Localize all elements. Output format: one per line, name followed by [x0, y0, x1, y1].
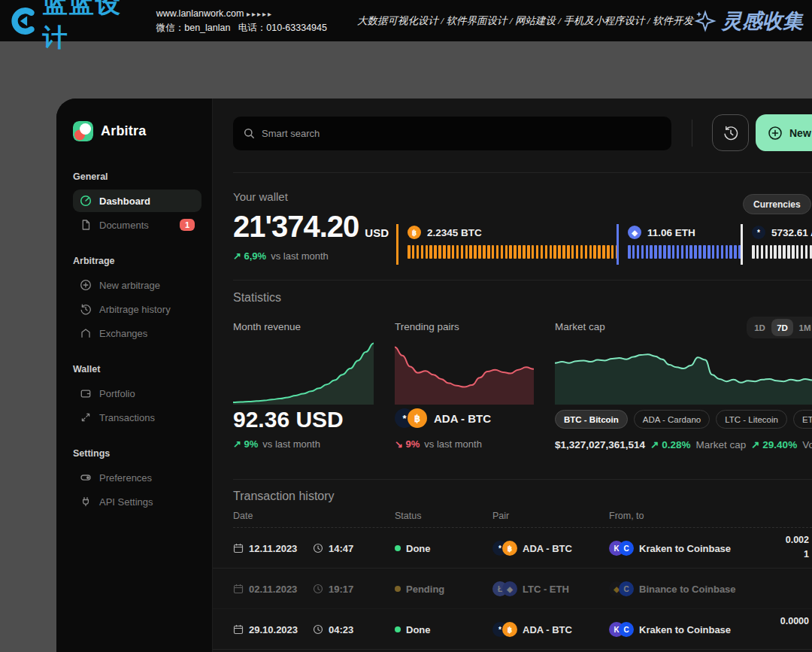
- col-status: Status: [395, 511, 421, 521]
- btc-amount: 2.2345 BTC: [427, 227, 482, 238]
- history-button[interactable]: [712, 114, 749, 151]
- col-from-to: From, to: [609, 511, 644, 521]
- range-7d[interactable]: 7D: [771, 319, 793, 336]
- documents-badge: 1: [180, 219, 195, 231]
- calendar-icon: [233, 543, 244, 553]
- table-row[interactable]: 02.11.2023 19:17 Pending Ł◆ LTC - ETH ◆C…: [213, 569, 812, 609]
- tab-ada[interactable]: ADA - Cardano: [634, 410, 710, 429]
- plug-icon: [80, 496, 92, 508]
- lanlan-logo-text: 蓝蓝设计: [43, 0, 140, 55]
- sidebar-item-exchanges[interactable]: Exchanges: [73, 322, 201, 344]
- range-1d[interactable]: 1D: [749, 319, 771, 336]
- table-row[interactable]: 29.10.2023 04:23 Done *฿ ADA - BTC KC Kr…: [213, 609, 812, 650]
- table-row[interactable]: 12.11.2023 14:47 Done *฿ ADA - BTC KC Kr…: [213, 528, 812, 569]
- trending-change: ↘ 9% vs last month: [395, 438, 482, 450]
- section-label: Arbitrage: [73, 256, 201, 266]
- sidebar-item-portfolio[interactable]: Portfolio: [73, 382, 201, 405]
- col-pair: Pair: [492, 511, 509, 521]
- btc-icon: ฿: [408, 408, 427, 428]
- trending-pairs-chart: [395, 340, 534, 405]
- banner-website: www.lanlanwork.com: [156, 8, 244, 19]
- collect-text: 灵感收集: [722, 8, 803, 35]
- coinbase-icon: C: [619, 622, 634, 637]
- market-cap-chart: [555, 340, 812, 405]
- sidebar-section-general: General Dashboard Documents 1: [73, 171, 201, 236]
- wallet-change: ↗ 6,9% vs last month: [233, 250, 329, 262]
- holdings-bar: ฿ 2.2345 BTC ◆ 11.06 ETH * 5732.61 ADA: [396, 224, 812, 265]
- tx-date: 12.11.2023: [249, 543, 297, 554]
- wallet-title: Your wallet: [233, 190, 288, 203]
- col-date: Date: [233, 511, 253, 521]
- search-bar[interactable]: [233, 117, 671, 150]
- month-revenue-chart: [233, 340, 374, 405]
- dashboard-window: Arbitra General Dashboard Documents 1: [56, 99, 812, 652]
- search-input[interactable]: [262, 128, 661, 139]
- section-label: General: [73, 171, 201, 182]
- wallet-icon: [80, 387, 92, 399]
- banner-phone: 电话：010-63334945: [238, 23, 327, 33]
- coinbase-icon: C: [619, 581, 634, 596]
- search-icon: [244, 128, 255, 139]
- sidebar-item-preferences[interactable]: Preferences: [73, 466, 201, 489]
- clock-icon: [313, 584, 323, 594]
- tab-btc[interactable]: BTC - Bitcoin: [555, 410, 628, 429]
- divider: [233, 172, 812, 173]
- banner-arrows: ▸▸▸▸▸: [247, 10, 273, 18]
- holding-eth: ◆ 11.06 ETH: [617, 224, 741, 265]
- banner-services: 大数据可视化设计 / 软件界面设计 / 网站建设 / 手机及小程序设计 / 软件…: [357, 14, 693, 28]
- month-revenue-change: ↗ 9% vs last month: [233, 438, 320, 450]
- transfer-arrows-icon: [80, 411, 92, 423]
- btc-icon: ฿: [408, 226, 421, 239]
- eth-amount: 11.06 ETH: [647, 227, 695, 238]
- toggle-icon: [80, 472, 92, 484]
- tx-pair: ADA - BTC: [523, 624, 572, 635]
- balance-currency: USD: [365, 226, 389, 239]
- transaction-history-title: Transaction history: [233, 490, 335, 503]
- market-cap-stats: $1,327,027,361,514 ↗ 0.28% Market cap ↗ …: [555, 438, 812, 450]
- tx-route: Kraken to Coinbase: [639, 543, 731, 554]
- month-revenue-label: Month revenue: [233, 321, 301, 332]
- status-dot: [395, 626, 401, 632]
- plus-circle-icon: [80, 279, 92, 291]
- new-arbitrage-button[interactable]: New arbitrage: [756, 114, 812, 151]
- tx-time: 19:17: [329, 584, 353, 595]
- divider: [233, 479, 812, 480]
- item-label: Dashboard: [99, 196, 150, 207]
- item-label: New arbitrage: [99, 280, 160, 291]
- wallet-view-toggle: Currencies Exchanges: [743, 194, 812, 214]
- topbar-divider: [692, 120, 692, 147]
- sidebar-section-arbitrage: Arbitrage New arbitrage Arbitrage histor…: [73, 256, 201, 344]
- balance-value: 21'374.20: [233, 210, 359, 244]
- tab-eth[interactable]: ETH - Ethereum: [793, 410, 812, 429]
- sidebar-item-transactions[interactable]: Transactions: [73, 406, 201, 429]
- sidebar-item-documents[interactable]: Documents 1: [73, 214, 201, 236]
- sidebar-item-dashboard[interactable]: Dashboard: [73, 190, 201, 212]
- currencies-pill[interactable]: Currencies: [743, 194, 811, 214]
- market-cap-value: $1,327,027,361,514: [555, 439, 645, 450]
- clock-icon: [313, 543, 323, 553]
- section-label: Settings: [73, 448, 201, 459]
- sidebar-item-arbitrage-history[interactable]: Arbitrage history: [73, 298, 201, 320]
- exchange-building-icon: [80, 327, 92, 339]
- holding-ada: * 5732.61 ADA: [741, 224, 812, 265]
- status-dot: [395, 586, 401, 592]
- sidebar-item-new-arbitrage[interactable]: New arbitrage: [73, 274, 201, 296]
- app-name: Arbitra: [101, 123, 146, 139]
- sidebar-item-api-settings[interactable]: API Settings: [73, 490, 201, 513]
- item-label: Exchanges: [99, 328, 147, 339]
- btc-icon: ฿: [502, 541, 517, 556]
- lanlan-logo: 蓝蓝设计: [11, 0, 140, 55]
- wallet-balance: 21'374.20 USD: [233, 210, 389, 244]
- statistics-title: Statistics: [233, 291, 281, 305]
- tx-route: Kraken to Coinbase: [639, 624, 731, 635]
- tab-ltc[interactable]: LTC - Litecoin: [716, 410, 787, 429]
- status-badge: Done: [406, 543, 431, 554]
- range-1m[interactable]: 1M: [794, 319, 812, 336]
- eth-icon: ◆: [628, 226, 641, 239]
- plus-circle-icon: [768, 126, 783, 141]
- btc-bars: [408, 245, 617, 259]
- ada-amount: 5732.61 ADA: [771, 227, 812, 238]
- market-cap-label: Market cap: [555, 321, 605, 332]
- ada-bars: [752, 245, 812, 259]
- banner-contact: www.lanlanwork.com ▸▸▸▸▸ 微信：ben_lanlan 电…: [156, 7, 327, 35]
